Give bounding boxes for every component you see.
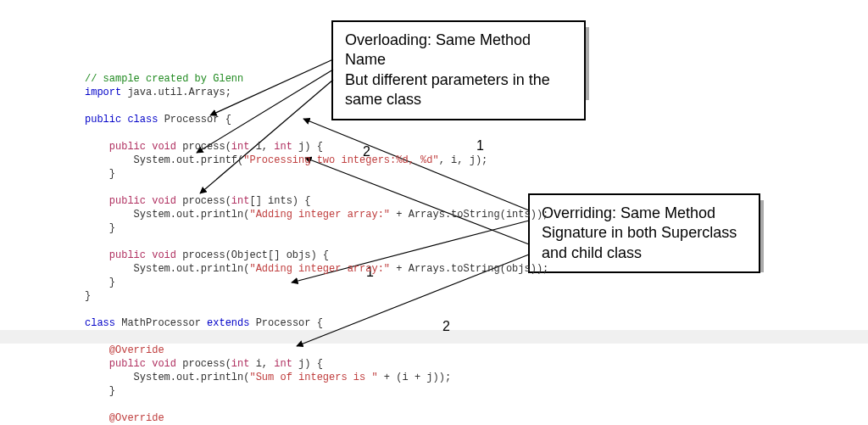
code-comment: // sample created by Glenn [85,73,243,85]
callout-overloading-line1: Overloading: Same Method Name [345,31,572,70]
callout-overriding-line1: Overriding: Same Method [542,204,747,223]
callout-overriding: Overriding: Same Method Signature in bot… [528,193,760,273]
callout-overriding-line3: and child class [542,243,747,263]
code-block: // sample created by Glenn import java.u… [85,72,548,425]
callout-overriding-line2: Signature in both Superclass [542,223,747,243]
